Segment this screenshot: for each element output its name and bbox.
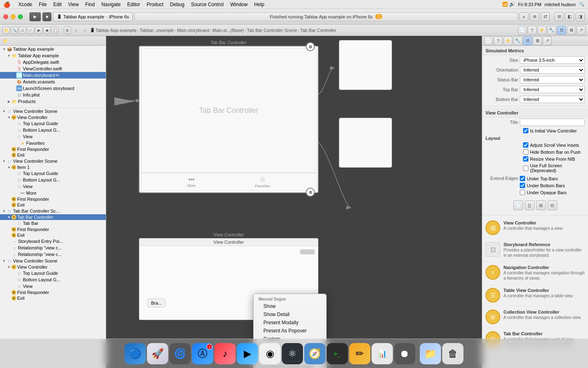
breadcrumb-base[interactable]: Main.st...(Base) (212, 28, 244, 33)
orientation-select-wrapper[interactable]: Inferred (520, 66, 585, 74)
sidebar-item-rel-2[interactable]: ○ Relationship "view c... (0, 251, 106, 258)
breadcrumb-scene[interactable]: Tab Bar Controller Scene (247, 28, 297, 33)
sidebar-item-view-2[interactable]: □ View (0, 183, 106, 190)
stop-button[interactable]: ■ (42, 12, 51, 21)
sidebar-item-launch-storyboard[interactable]: SB LaunchScreen.storyboard (0, 85, 106, 92)
dock-trash[interactable]: 🗑 (442, 343, 463, 364)
right-vc-top-canvas[interactable] (339, 40, 392, 90)
breadcrumb-controller[interactable]: Tab Bar Controller (300, 28, 336, 33)
sidebar-item-tabbar[interactable]: □ Tab Bar (0, 220, 106, 227)
menu-view[interactable]: View (68, 2, 79, 7)
context-menu-present-popover[interactable]: Present As Popover (254, 327, 326, 335)
inspector-icon-vc-btn[interactable]: ⊞ (536, 200, 546, 210)
sidebar-icon-issues[interactable]: ⚠ (19, 27, 26, 34)
editor-assistant-btn[interactable]: ⊕ (530, 12, 539, 21)
context-menu-present-modally[interactable]: Present Modally (254, 319, 326, 327)
sidebar-item-exit-2[interactable]: E Exit (0, 202, 106, 208)
dock-appstore[interactable]: Ⓐ 1 (192, 343, 213, 364)
inspector-icon-split-btn[interactable]: ⊟ (548, 200, 557, 210)
sidebar-item-products[interactable]: ▶ 📁 Products (0, 98, 106, 105)
menu-help[interactable]: Help (254, 2, 264, 7)
dock-mission-control[interactable]: 🌀 (169, 343, 191, 364)
breadcrumb-project[interactable]: 📱 Tabbar App example (90, 28, 136, 33)
segue-bottom-handle[interactable]: ⚙ (306, 188, 315, 197)
menu-edit[interactable]: Edit (53, 2, 62, 7)
apple-menu[interactable]: 🍎 (3, 1, 10, 8)
disclosure-vc-3[interactable]: ▼ (7, 265, 11, 269)
sidebar-item-rel-1[interactable]: ○ Relationship "view c... (0, 245, 106, 251)
inspector-tab-identity[interactable]: 🔧 (513, 36, 522, 45)
breadcrumb-file[interactable]: Main.storyboard (177, 28, 209, 33)
sidebar-item-exit-1[interactable]: E Exit (0, 152, 106, 158)
sidebar-icon-tests[interactable]: ✓ (27, 27, 34, 34)
navigator-toggle[interactable]: ⊞ (555, 12, 564, 21)
inspector-quick-help-btn[interactable]: ⚡ (537, 26, 546, 35)
segue-top-handle[interactable]: ⚙ (306, 42, 315, 51)
menu-source-control[interactable]: Source Control (191, 2, 224, 7)
editor-version-btn[interactable]: ⇄ (541, 12, 550, 21)
inspector-icon-file-btn[interactable]: 📄 (513, 200, 523, 210)
sidebar-icon-reports[interactable]: 📋 (51, 27, 59, 34)
sidebar-item-vc-3[interactable]: ▼ V View Controller (0, 264, 106, 270)
sidebar-item-view-3[interactable]: □ View (0, 283, 106, 289)
dock-screen-rec[interactable]: ⏺ (394, 343, 415, 364)
canvas-area[interactable]: Tab Bar Controller ⚙ Tab Bar Controller … (106, 36, 482, 368)
sidebar-item-favorites[interactable]: ★ Favorites (0, 140, 106, 146)
inspector-identity-btn[interactable]: 🔧 (547, 26, 556, 35)
inspector-tab-connections[interactable]: ↗ (543, 36, 552, 45)
sidebar-item-appdelegate[interactable]: S AppDelegate.swift (0, 59, 106, 65)
library-item-table-vc[interactable]: ☰ Table View Controller A controller tha… (482, 285, 588, 306)
inspector-attributes-btn[interactable]: ⊟ (557, 26, 566, 35)
sidebar-item-bottom-layout-3[interactable]: □ Bottom Layout G... (0, 276, 106, 283)
dock-instruments[interactable]: 📊 (372, 343, 393, 364)
sidebar-item-vc-scene-1[interactable]: ▼ □ View Controller Scene (0, 108, 106, 114)
sidebar-item-responder-2[interactable]: R First Responder (0, 196, 106, 202)
size-select-wrapper[interactable]: iPhone 3.5-inch (520, 56, 585, 64)
status-bar-select[interactable]: Inferred (520, 76, 585, 83)
dock-terminal[interactable]: >_ (327, 343, 348, 364)
inspector-tab-attributes[interactable]: ⊟ (523, 36, 532, 45)
right-vc-mid-canvas[interactable] (339, 118, 392, 168)
sidebar-icon-breakpoints[interactable]: ◆ (43, 27, 51, 34)
disclosure-project[interactable]: ▼ (2, 47, 7, 52)
sidebar-item-viewcontroller-swift[interactable]: S ViewController.swift (0, 65, 106, 72)
under-opaque-bars-checkbox[interactable] (520, 190, 525, 195)
nav-back-btn[interactable]: ‹ (72, 27, 80, 34)
search-icon[interactable]: 🔍 (579, 2, 585, 7)
editor-standard-btn[interactable]: ≡ (519, 12, 528, 21)
context-menu-show-detail[interactable]: Show Detail (254, 310, 326, 319)
warning-badge[interactable]: 1 (375, 14, 383, 19)
sidebar-icon-navigator[interactable]: 📁 (2, 37, 9, 45)
canvas-zoom-storyboard[interactable]: ⊞ (64, 27, 71, 34)
sidebar-item-vc-scene-3[interactable]: ▼ □ View Controller Scene (0, 258, 106, 264)
sidebar-item-bottom-layout-2[interactable]: □ Bottom Layout G... (0, 177, 106, 183)
sidebar-icon-search[interactable]: 🔍 (11, 27, 18, 34)
sidebar-item-exit-3[interactable]: E Exit (0, 232, 106, 238)
sidebar-icon-debug[interactable]: ▶ (35, 27, 42, 34)
inspector-connections-btn[interactable]: ↗ (577, 26, 586, 35)
library-item-nav-controller[interactable]: ‹ Navigation Controller A controller tha… (482, 262, 588, 285)
debug-toggle[interactable]: ◧ (565, 12, 574, 21)
sidebar-item-top-layout-1[interactable]: □ Top Layout Guide (0, 120, 106, 127)
menu-find[interactable]: Find (85, 2, 95, 7)
vc-title-input[interactable] (520, 119, 585, 126)
menu-xcode[interactable]: Xcode (18, 2, 32, 7)
sidebar-item-project[interactable]: ▼ 📁 Tabbar App example (0, 52, 106, 59)
sidebar-item-responder-3[interactable]: R First Responder (0, 227, 106, 232)
sidebar-item-vc-scene-2[interactable]: ▼ □ View Controller Scene (0, 158, 106, 164)
dock-sketch[interactable]: ✏ (349, 343, 370, 364)
sidebar-item-main-storyboard[interactable]: SB Main.storyboard M (0, 72, 106, 79)
menu-editor[interactable]: Editor (127, 2, 140, 7)
sidebar-item-responder-1[interactable]: R First Responder (0, 146, 106, 152)
menu-product[interactable]: Product (147, 2, 163, 7)
dock-safari[interactable]: 🧭 (304, 343, 325, 364)
sidebar-item-assets[interactable]: 🎨 Assets.xcassets (0, 79, 106, 85)
menu-navigate[interactable]: Navigate (101, 2, 120, 7)
scheme-selector[interactable]: 📱 Tabbar App example › iPhone 6s (53, 12, 133, 21)
dock-finder[interactable]: 🔵 (125, 343, 146, 364)
sidebar-item-bottom-layout-1[interactable]: □ Bottom Layout G... (0, 127, 106, 133)
dock-chrome[interactable]: ◉ (259, 343, 281, 364)
hide-bottom-bar-checkbox[interactable] (523, 149, 528, 155)
bottom-bar-select[interactable]: Inferred (520, 96, 585, 103)
resize-nib-checkbox[interactable] (523, 156, 528, 162)
